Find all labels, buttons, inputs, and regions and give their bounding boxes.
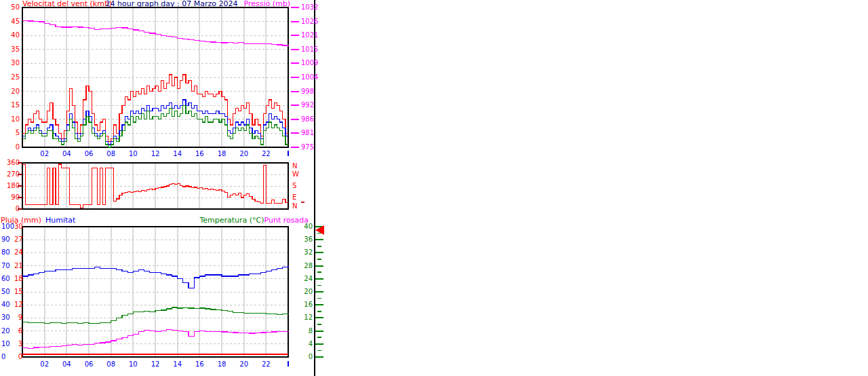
temperature-tick-label: 32 (296, 249, 313, 256)
time-tick-label: 18 (215, 361, 229, 368)
wind-speed-tick-label: 5 (3, 130, 20, 136)
wind-speed-tick-label: 30 (3, 60, 20, 67)
humidity-tick-label: 80 (1, 249, 15, 256)
humidity-tick-label: 40 (1, 301, 15, 308)
pressure-tick-label: 1026 (301, 18, 318, 25)
humidity-tick-label: 0 (1, 354, 15, 360)
time-tick-label: 14 (171, 151, 184, 157)
humidity-tick-label: 70 (1, 263, 15, 269)
pressure-tick-label: 975 (301, 144, 314, 151)
rain-tick-label: 24 (14, 249, 22, 256)
temperature-tick-label: 16 (296, 301, 313, 308)
rain-tick-label: 30 (14, 223, 22, 230)
time-tick-label: 22 (259, 151, 273, 157)
rain-tick-label: 9 (14, 314, 22, 321)
rain-tick-label: 3 (14, 341, 22, 347)
pressure-tick-label: 1032 (301, 4, 318, 11)
temperature-tick-label: 8 (296, 328, 313, 335)
pressure-tick-label: 1009 (301, 60, 318, 67)
temperature-tick-label: 4 (296, 341, 313, 347)
wind-speed-tick-label: 40 (3, 32, 20, 39)
x-axis-end-tick-bottom (288, 361, 289, 366)
x-axis-end-tick-top (288, 151, 289, 156)
graph-title: 24 hour graph day : 07 Marzo 2024 (105, 0, 237, 7)
humidity-tick-label: 50 (1, 288, 15, 295)
time-tick-label: 12 (149, 151, 162, 157)
direction-tick-label: 0 (0, 206, 20, 212)
humidity-tick-label: 60 (1, 276, 15, 282)
time-tick-label: 20 (237, 361, 251, 368)
pressure-tick-label: 1004 (301, 74, 318, 81)
compass-letter-label: W (292, 171, 299, 178)
temp-dewpoint-legend: Temperatura (°C)Punt rosada (199, 217, 309, 224)
humidity-tick-label: 100 (1, 223, 15, 230)
time-tick-label: 18 (215, 151, 229, 157)
pressure-tick-label: 992 (301, 102, 314, 109)
wind-speed-tick-label: 45 (3, 18, 20, 25)
compass-letter-label: N (292, 163, 297, 170)
temperature-legend-label: Temperatura (°C) (199, 216, 264, 225)
time-tick-label: 08 (104, 361, 118, 368)
time-tick-label: 08 (104, 151, 118, 157)
rain-tick-label: 21 (14, 263, 22, 269)
pressure-tick-label: 981 (301, 130, 314, 136)
time-tick-label: 02 (38, 361, 52, 368)
pressure-tick-label: 1015 (301, 46, 318, 53)
temperature-tick-label: 40 (296, 223, 313, 230)
rain-tick-label: 18 (14, 276, 22, 282)
wind-speed-tick-label: 35 (3, 46, 20, 53)
weather-charts-svg (0, 0, 868, 376)
time-tick-label: 22 (259, 361, 273, 368)
compass-letter-label: E (292, 194, 296, 201)
rain-tick-label: 0 (14, 354, 22, 360)
time-tick-label: 14 (171, 361, 184, 368)
temperature-tick-label: 28 (296, 263, 313, 269)
humidity-tick-label: 90 (1, 236, 15, 243)
direction-tick-label: 180 (0, 183, 20, 189)
direction-tick-label: 360 (0, 159, 20, 166)
wind-speed-tick-label: 10 (3, 116, 20, 123)
time-tick-label: 16 (193, 151, 206, 157)
humidity-tick-label: 10 (1, 341, 15, 347)
temperature-tick-label: 24 (296, 276, 313, 282)
temperature-tick-label: 0 (296, 354, 313, 360)
time-tick-label: 20 (237, 151, 251, 157)
compass-letter-label: N (292, 203, 297, 210)
humidity-legend-label: Humitat (45, 217, 75, 224)
pressure-axis-title: Pressió (mb) (243, 0, 290, 7)
humidity-tick-label: 20 (1, 328, 15, 335)
compass-letter-label: S (292, 183, 296, 189)
direction-axis-minor-tick (301, 202, 304, 203)
humidity-tick-label: 30 (1, 314, 15, 321)
wind-speed-tick-label: 25 (3, 74, 20, 81)
rain-tick-label: 12 (14, 301, 22, 308)
temperature-tick-label: 20 (296, 288, 313, 295)
time-tick-label: 04 (60, 151, 73, 157)
rain-tick-label: 6 (14, 328, 22, 335)
pressure-tick-label: 998 (301, 88, 314, 95)
temperature-tick-label: 36 (296, 236, 313, 243)
wind-speed-tick-label: 15 (3, 102, 20, 109)
time-tick-label: 16 (193, 361, 206, 368)
rain-tick-label: 15 (14, 288, 22, 295)
pressure-tick-label: 1021 (301, 32, 318, 39)
time-tick-label: 12 (149, 361, 162, 368)
wind-axis-title: Velocitat del vent (kmh) (22, 0, 112, 7)
rain-tick-label: 27 (14, 236, 22, 243)
time-tick-label: 06 (82, 361, 96, 368)
time-tick-label: 02 (38, 151, 52, 157)
direction-tick-label: 270 (0, 171, 20, 178)
wind-speed-tick-label: 20 (3, 88, 20, 95)
time-tick-label: 06 (82, 151, 96, 157)
temperature-pointer-icon (315, 225, 324, 235)
weather-graph-page: Velocitat del vent (kmh) 24 hour graph d… (0, 0, 868, 376)
temperature-tick-label: 12 (296, 314, 313, 321)
direction-tick-label: 90 (0, 194, 20, 201)
wind-speed-tick-label: 50 (3, 4, 20, 11)
pressure-tick-label: 986 (301, 116, 314, 123)
time-tick-label: 04 (60, 361, 73, 368)
wind-speed-tick-label: 0 (3, 144, 20, 151)
time-tick-label: 10 (126, 151, 140, 157)
time-tick-label: 10 (126, 361, 140, 368)
